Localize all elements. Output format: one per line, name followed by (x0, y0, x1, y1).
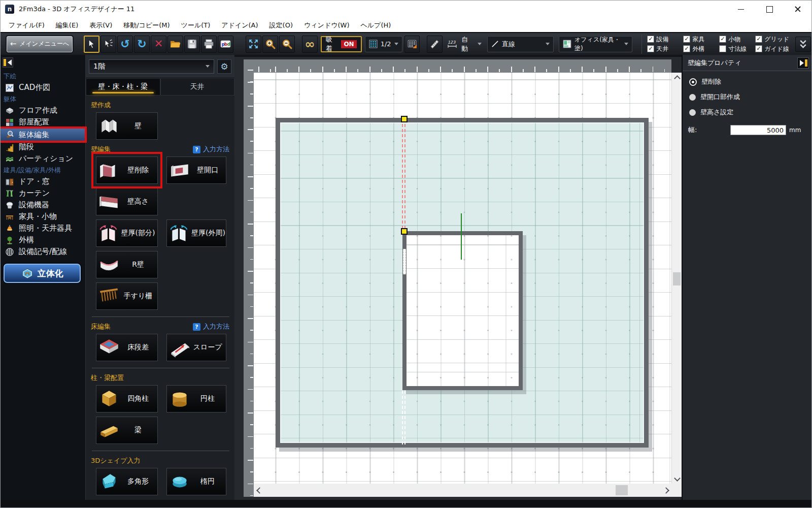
minimize-button[interactable] (727, 0, 755, 18)
edit-handle-corner[interactable] (401, 228, 408, 235)
scroll-right-button[interactable] (662, 484, 671, 497)
horizontal-scrollbar[interactable] (254, 484, 671, 497)
tool-button-梁[interactable]: 梁 (96, 417, 158, 444)
sidebar-item-カーテン[interactable]: カーテン (0, 187, 85, 199)
scroll-up-button[interactable] (672, 73, 682, 82)
image-export-button[interactable]: pbd (218, 36, 233, 53)
layer-toggle-天井[interactable]: ✓天井 (647, 45, 683, 53)
sidebar-collapse-button[interactable] (3, 57, 13, 68)
horizontal-scrollbar-thumb[interactable] (616, 485, 628, 495)
display-mode-dropdown[interactable]: オフィス(家具・塗) (559, 36, 632, 52)
floor-selector-dropdown[interactable]: 1階 (89, 59, 214, 74)
edit-handle-top[interactable] (401, 116, 408, 122)
window-bottom-strip (0, 500, 812, 508)
layer-toggle-グリッド[interactable]: ✓グリッド (755, 35, 791, 44)
menu-item-8[interactable]: ヘルプ(H) (355, 21, 397, 30)
grid-settings-button[interactable] (404, 36, 420, 53)
measure-button[interactable] (427, 36, 443, 53)
tool-button-壁高さ[interactable]: 壁高さ (96, 188, 158, 215)
dimension-mode-dropdown[interactable]: 123 自動 (444, 36, 485, 52)
radio-option-壁高さ設定[interactable]: 壁高さ設定 (689, 108, 812, 117)
tool-button-床段差[interactable]: 床段差 (96, 334, 158, 361)
layer-toggle-ガイド線[interactable]: ✓ガイド線 (755, 45, 791, 53)
sidebar-item-階段[interactable]: 階段 (0, 141, 85, 153)
menu-item-6[interactable]: 設定(O) (264, 21, 298, 30)
layer-toggle-外構[interactable]: ✓外構 (683, 45, 719, 53)
tool-panel-groups: 壁作成壁壁編集?入力方法壁削除壁開口壁高さ壁厚(部分)壁厚(外周)R壁手すり柵床… (86, 101, 234, 495)
sidebar-item-設備記号/配線[interactable]: 設備記号/配線 (0, 246, 85, 258)
tool-button-円柱[interactable]: 円柱 (166, 385, 226, 412)
layer-toggle-label: グリッド (764, 35, 789, 44)
grid-scale-dropdown[interactable]: 1/2 (365, 36, 402, 52)
help-link-input-method[interactable]: ?入力方法 (193, 145, 229, 154)
tool-button-スロープ[interactable]: スロープ (166, 334, 226, 361)
layer-toggle-設備[interactable]: ✓設備 (647, 35, 683, 44)
make-3d-button[interactable]: 立体化 (4, 264, 81, 283)
print-button[interactable] (201, 36, 217, 53)
scroll-left-button[interactable] (254, 484, 263, 497)
redo-button[interactable]: ↻ (134, 36, 150, 53)
tool-button-壁厚(外周)[interactable]: 壁厚(外周) (166, 219, 226, 247)
sidebar-item-フロア作成[interactable]: フロア作成 (0, 105, 85, 116)
sidebar-item-ドア・窓[interactable]: ドア・窓 (0, 176, 85, 187)
drawing-canvas[interactable] (254, 73, 671, 484)
menu-item-1[interactable]: 編集(E) (50, 21, 84, 30)
menu-item-0[interactable]: ファイル(F) (3, 21, 50, 30)
tool-button-壁厚(部分)[interactable]: 壁厚(部分) (96, 219, 158, 247)
layer-toggle-小物[interactable]: ✓小物 (719, 35, 755, 44)
line-style-icon (491, 40, 499, 48)
radio-option-壁削除[interactable]: 壁削除 (689, 77, 812, 86)
menu-item-7[interactable]: ウィンドウ(W) (298, 21, 355, 30)
tool-button-壁[interactable]: 壁 (96, 112, 158, 140)
sidebar-item-パーティション[interactable]: パーティション (0, 153, 85, 165)
tool-button-手すり柵[interactable]: 手すり柵 (96, 282, 158, 310)
scroll-down-button[interactable] (672, 474, 682, 484)
tab-壁・床・柱・梁[interactable]: 壁・床・柱・梁 (86, 78, 160, 96)
sidebar-item-設備機器[interactable]: 設備機器 (0, 199, 85, 211)
width-input[interactable] (730, 125, 786, 135)
line-style-dropdown[interactable]: 直線 (487, 36, 554, 52)
sidebar-item-家具・小物[interactable]: 家具・小物 (0, 211, 85, 223)
zoom-out-button[interactable] (279, 36, 295, 53)
tool-button-多角形[interactable]: 多角形 (96, 468, 158, 495)
zoom-in-button[interactable] (262, 36, 278, 53)
menu-item-5[interactable]: アドイン(A) (216, 21, 263, 30)
menu-item-4[interactable]: ツール(T) (176, 21, 216, 30)
floor-create-icon (5, 106, 15, 115)
sidebar-item-照明・天井器具[interactable]: 照明・天井器具 (0, 223, 85, 234)
menu-item-3[interactable]: 移動/コピー(M) (118, 21, 175, 30)
group-title: 壁作成 (91, 101, 111, 110)
sidebar-item-躯体編集[interactable]: 躯体編集 (0, 128, 85, 141)
open-folder-button[interactable] (167, 36, 183, 53)
sidebar-item-CAD作図[interactable]: CAD作図 (0, 82, 85, 93)
sidebar-item-外構[interactable]: 外構 (0, 234, 85, 246)
vertical-scrollbar-thumb[interactable] (673, 272, 681, 285)
fit-view-button[interactable] (246, 36, 261, 53)
close-button[interactable] (784, 0, 812, 18)
snap-toggle-button[interactable]: 吸着 ON (321, 36, 362, 52)
tool-button-楕円[interactable]: 楕円 (166, 468, 226, 495)
radio-option-壁開口部作成[interactable]: 壁開口部作成 (689, 92, 812, 102)
maximize-button[interactable] (755, 0, 784, 18)
continuous-input-button[interactable]: ∞ (302, 36, 318, 53)
layer-toggle-家具[interactable]: ✓家具 (683, 35, 719, 44)
layer-toggle-寸法線[interactable]: 寸法線 (719, 45, 755, 53)
delete-button[interactable]: ✕ (151, 36, 166, 53)
undo-button[interactable]: ↺ (117, 36, 133, 53)
tab-天井[interactable]: 天井 (160, 78, 235, 96)
tool-button-壁開口[interactable]: 壁開口 (166, 156, 226, 184)
main-menu-button[interactable]: ← メインメニューへ (7, 36, 73, 52)
help-link-input-method[interactable]: ?入力方法 (193, 322, 229, 331)
toolbar-collapse-button[interactable] (795, 37, 811, 52)
select-cursor-button[interactable] (84, 36, 99, 53)
multi-select-cursor-button[interactable] (100, 36, 116, 53)
panel-expand-button[interactable] (797, 57, 809, 69)
menu-item-2[interactable]: 表示(V) (84, 21, 118, 30)
save-button[interactable] (184, 36, 200, 53)
tool-button-壁削除[interactable]: 壁削除 (96, 156, 158, 184)
vertical-scrollbar[interactable] (671, 73, 682, 484)
tool-button-四角柱[interactable]: 四角柱 (96, 385, 158, 412)
sidebar-item-部屋配置[interactable]: 部屋配置 (0, 116, 85, 128)
tool-button-R壁[interactable]: R壁 (96, 251, 158, 278)
floor-settings-button[interactable]: ⚙ (217, 59, 231, 74)
